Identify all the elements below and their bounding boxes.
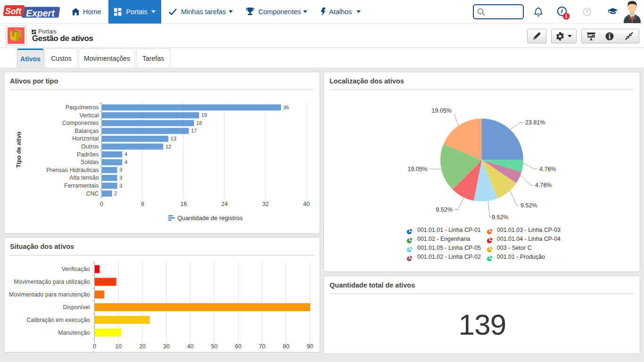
- svg-text:CNC: CNC: [86, 190, 99, 197]
- svg-text:Prensas Hidráulicas: Prensas Hidráulicas: [46, 167, 99, 173]
- svg-text:Soft: Soft: [5, 7, 22, 16]
- svg-text:001.02 - Engenharia: 001.02 - Engenharia: [417, 236, 470, 242]
- svg-text:001.01.04 - Linha CP-04: 001.01.04 - Linha CP-04: [497, 236, 561, 242]
- svg-text:0: 0: [93, 343, 96, 350]
- svg-text:3: 3: [119, 175, 122, 181]
- svg-text:20: 20: [139, 343, 146, 350]
- svg-text:23.81%: 23.81%: [525, 119, 545, 126]
- svg-text:Verificação: Verificação: [62, 266, 90, 272]
- svg-text:50: 50: [211, 343, 217, 350]
- svg-text:001.01 - Produção: 001.01 - Produção: [497, 254, 545, 260]
- svg-text:60: 60: [235, 343, 241, 350]
- svg-text:9.52%: 9.52%: [436, 206, 453, 213]
- svg-text:Vertical: Vertical: [80, 112, 99, 119]
- svg-text:Horizontal: Horizontal: [72, 135, 99, 142]
- svg-text:12: 12: [165, 144, 171, 149]
- svg-text:3: 3: [119, 183, 122, 189]
- svg-text:4: 4: [124, 159, 127, 165]
- svg-text:Manutenção: Manutenção: [58, 329, 90, 336]
- svg-text:32: 32: [262, 201, 269, 207]
- svg-text:19.05%: 19.05%: [432, 107, 452, 114]
- svg-text:003 - Setor C: 003 - Setor C: [497, 245, 532, 251]
- svg-text:13: 13: [171, 136, 176, 141]
- svg-text:Quantidade de registros: Quantidade de registros: [177, 214, 243, 222]
- svg-text:Movimentação para utilização: Movimentação para utilização: [14, 279, 90, 285]
- svg-text:?: ?: [585, 9, 588, 15]
- svg-text:80: 80: [283, 343, 289, 350]
- svg-text:9.52%: 9.52%: [492, 214, 508, 221]
- svg-text:2: 2: [114, 190, 117, 196]
- svg-text:90: 90: [307, 343, 314, 350]
- svg-text:001.01.03 - Linha CP-03: 001.01.03 - Linha CP-03: [497, 227, 561, 233]
- svg-text:3: 3: [119, 167, 122, 173]
- svg-text:10: 10: [115, 343, 122, 350]
- svg-text:Soldas: Soldas: [81, 159, 99, 165]
- svg-text:001.01.02 - Linha CP-02: 001.01.02 - Linha CP-02: [417, 254, 481, 260]
- svg-text:Calibração em execução: Calibração em execução: [26, 317, 90, 323]
- svg-text:Alta tensão: Alta tensão: [69, 174, 99, 181]
- svg-text:001.01.05 - Linha CP-05: 001.01.05 - Linha CP-05: [417, 245, 481, 251]
- svg-text:Balanças: Balanças: [74, 128, 99, 134]
- svg-text:16: 16: [180, 201, 187, 207]
- svg-text:Movimentado para manutenção: Movimentado para manutenção: [9, 291, 90, 298]
- svg-text:4.76%: 4.76%: [539, 166, 556, 173]
- svg-text:70: 70: [259, 343, 265, 350]
- svg-text:Tipo de ativo: Tipo de ativo: [16, 132, 22, 168]
- svg-text:Componentes: Componentes: [62, 120, 99, 126]
- svg-text:0: 0: [100, 201, 103, 207]
- svg-text:9.52%: 9.52%: [520, 202, 537, 209]
- svg-text:18: 18: [196, 120, 202, 126]
- svg-text:40: 40: [303, 201, 310, 207]
- svg-text:8: 8: [141, 201, 144, 207]
- svg-text:19: 19: [201, 112, 207, 118]
- svg-text:24: 24: [221, 201, 228, 207]
- svg-text:1: 1: [565, 13, 568, 19]
- svg-text:Expert: Expert: [26, 8, 55, 18]
- svg-text:40: 40: [187, 343, 194, 350]
- svg-text:Paquímetros: Paquímetros: [66, 104, 99, 111]
- svg-text:Disponível: Disponível: [63, 304, 90, 311]
- svg-text:30: 30: [163, 343, 170, 350]
- svg-text:4.76%: 4.76%: [535, 182, 552, 189]
- svg-text:35: 35: [283, 105, 289, 110]
- svg-text:Padrões: Padrões: [77, 151, 99, 158]
- svg-text:17: 17: [191, 128, 197, 133]
- svg-text:Ferramentais: Ferramentais: [64, 182, 99, 189]
- svg-text:Outros: Outros: [81, 143, 99, 150]
- svg-text:001.01.01 - Linha CP-01: 001.01.01 - Linha CP-01: [417, 227, 481, 233]
- svg-text:19.05%: 19.05%: [408, 166, 428, 173]
- svg-text:4: 4: [124, 151, 127, 157]
